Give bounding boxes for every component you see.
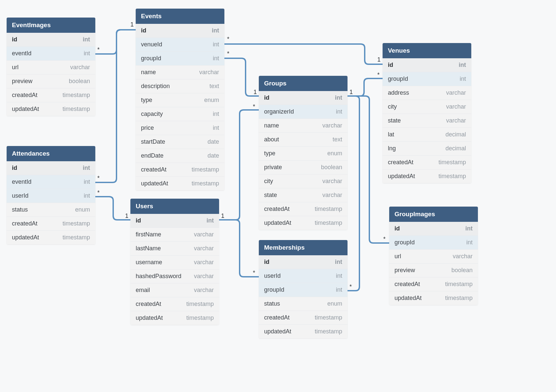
- col-name: state: [388, 117, 401, 124]
- col-type: varchar: [70, 64, 90, 71]
- col-type: boolean: [69, 78, 90, 85]
- table-row: eventIdint: [7, 47, 95, 61]
- col-type: varchar: [453, 253, 473, 260]
- col-name: updatedAt: [388, 173, 415, 180]
- col-type: int: [213, 124, 219, 131]
- table-row: updatedAttimestamp: [7, 231, 95, 244]
- table-users[interactable]: Users idint firstNamevarchar lastNamevar…: [130, 199, 219, 325]
- table-events[interactable]: Events idint venueIdint groupIdint namev…: [136, 9, 224, 190]
- table-row: userIdint: [7, 189, 95, 203]
- col-name: eventId: [12, 50, 31, 57]
- col-name: organizerId: [264, 108, 294, 115]
- table-header: EventImages: [7, 18, 95, 33]
- col-name: address: [388, 89, 409, 96]
- col-type: varchar: [446, 117, 466, 124]
- cardinality-label: *: [377, 72, 380, 78]
- col-type: timestamp: [445, 281, 473, 288]
- col-type: timestamp: [63, 92, 90, 99]
- col-type: enum: [204, 97, 219, 104]
- col-name: updatedAt: [141, 180, 168, 187]
- table-row: previewboolean: [389, 264, 478, 277]
- col-name: price: [141, 124, 154, 131]
- table-row: updatedAttimestamp: [130, 311, 219, 325]
- col-name: url: [394, 253, 401, 260]
- table-attendances[interactable]: Attendances idint eventIdint userIdint s…: [7, 146, 95, 244]
- table-row: updatedAttimestamp: [259, 325, 348, 338]
- table-row: updatedAttimestamp: [7, 102, 95, 116]
- table-header: Events: [136, 9, 224, 24]
- col-type: date: [208, 138, 219, 145]
- table-groupimages[interactable]: GroupImages idint groupIdint urlvarchar …: [389, 207, 478, 305]
- col-type: timestamp: [315, 328, 342, 335]
- table-row: lngdecimal: [383, 142, 471, 156]
- col-type: text: [209, 83, 219, 90]
- col-name: createdAt: [264, 314, 290, 321]
- col-type: timestamp: [315, 220, 342, 226]
- col-type: text: [333, 136, 342, 143]
- table-row: lastNamevarchar: [130, 242, 219, 256]
- table-row: addressvarchar: [383, 86, 471, 100]
- col-type: varchar: [199, 69, 219, 76]
- cardinality-label: 1: [349, 89, 353, 96]
- col-type: boolean: [321, 164, 342, 171]
- col-type: timestamp: [186, 301, 214, 308]
- col-type: decimal: [445, 131, 466, 138]
- col-type: varchar: [322, 192, 342, 199]
- col-name: updatedAt: [264, 328, 291, 335]
- col-type: int: [465, 225, 473, 232]
- table-row: previewboolean: [7, 74, 95, 88]
- table-row: descriptiontext: [136, 79, 224, 93]
- col-name: status: [12, 206, 28, 213]
- col-name: username: [136, 259, 162, 266]
- col-name: createdAt: [12, 92, 37, 99]
- cardinality-label: *: [253, 103, 255, 110]
- col-type: varchar: [194, 245, 214, 252]
- table-header: Users: [130, 199, 219, 214]
- table-eventimages[interactable]: EventImages idint eventIdint urlvarchar …: [7, 18, 95, 116]
- table-row: idint: [259, 91, 348, 105]
- col-name: eventId: [12, 178, 31, 185]
- col-name: type: [264, 150, 275, 157]
- cardinality-label: *: [349, 283, 352, 290]
- col-name: startDate: [141, 138, 165, 145]
- col-name: name: [141, 69, 156, 76]
- col-type: varchar: [446, 103, 466, 110]
- col-type: timestamp: [445, 295, 473, 302]
- col-name: userId: [12, 192, 28, 199]
- col-type: timestamp: [315, 206, 342, 213]
- table-header: Groups: [259, 76, 348, 91]
- col-name: groupId: [141, 55, 161, 62]
- col-name: groupId: [264, 286, 284, 293]
- table-row: updatedAttimestamp: [259, 216, 348, 230]
- table-row: typeenum: [136, 93, 224, 107]
- table-row: venueIdint: [136, 38, 224, 52]
- table-groups[interactable]: Groups idint organizerIdint namevarchar …: [259, 76, 348, 230]
- col-name: createdAt: [264, 206, 290, 213]
- table-row: idint: [383, 58, 471, 72]
- cardinality-label: 1: [377, 56, 381, 63]
- table-row: createdAttimestamp: [136, 163, 224, 177]
- table-row: startDatedate: [136, 135, 224, 149]
- col-type: int: [207, 217, 214, 224]
- col-type: enum: [327, 150, 342, 157]
- col-name: lastName: [136, 245, 161, 252]
- cardinality-label: *: [383, 236, 386, 243]
- table-row: idint: [7, 33, 95, 47]
- col-type: timestamp: [186, 315, 214, 321]
- col-type: timestamp: [439, 173, 466, 180]
- table-row: groupIdint: [389, 236, 478, 250]
- table-row: priceint: [136, 121, 224, 135]
- table-memberships[interactable]: Memberships idint userIdint groupIdint s…: [259, 240, 348, 338]
- table-venues[interactable]: Venues idint groupIdint addressvarchar c…: [383, 43, 471, 183]
- table-row: statevarchar: [259, 188, 348, 202]
- table-row: idint: [259, 255, 348, 269]
- col-type: varchar: [194, 231, 214, 238]
- cardinality-label: *: [97, 46, 100, 53]
- table-row: idint: [136, 24, 224, 38]
- table-row: idint: [7, 161, 95, 175]
- table-row: createdAttimestamp: [383, 156, 471, 170]
- table-row: createdAttimestamp: [7, 217, 95, 231]
- col-type: boolean: [451, 267, 473, 274]
- col-type: enum: [75, 206, 90, 213]
- table-header: Venues: [383, 43, 471, 58]
